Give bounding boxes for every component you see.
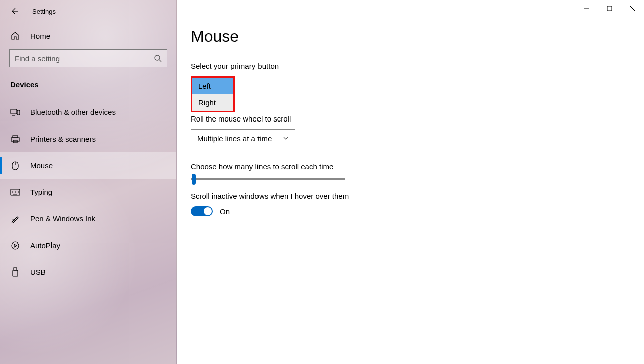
- mouse-icon: [10, 161, 20, 170]
- inactive-toggle[interactable]: [191, 206, 213, 216]
- devices-icon: [10, 108, 20, 116]
- svg-point-8: [12, 242, 19, 249]
- keyboard-icon: [10, 189, 20, 196]
- main-area: Mouse Select your primary button Left Ri…: [177, 0, 644, 364]
- section-heading: Devices: [0, 77, 176, 99]
- sidebar-item-mouse[interactable]: Mouse: [0, 152, 176, 179]
- wheel-scroll-label: Roll the mouse wheel to scroll: [191, 114, 644, 123]
- sidebar-item-bluetooth[interactable]: Bluetooth & other devices: [0, 99, 176, 126]
- primary-button-label: Select your primary button: [191, 62, 644, 70]
- sidebar-item-label: AutoPlay: [30, 241, 60, 250]
- primary-button-option-left[interactable]: Left: [192, 78, 233, 94]
- maximize-icon: [607, 6, 612, 11]
- sidebar-item-typing[interactable]: Typing: [0, 179, 176, 205]
- pen-icon: [10, 214, 20, 223]
- printer-icon: [10, 135, 20, 143]
- primary-button-option-right[interactable]: Right: [192, 94, 233, 111]
- svg-rect-11: [607, 6, 612, 11]
- svg-rect-9: [14, 268, 17, 270]
- search-box[interactable]: [9, 49, 167, 67]
- sidebar-item-label: Typing: [30, 188, 52, 196]
- sidebar-item-printers[interactable]: Printers & scanners: [0, 126, 176, 152]
- lines-slider[interactable]: [191, 178, 345, 180]
- lines-label: Choose how many lines to scroll each tim…: [191, 162, 644, 171]
- sidebar-item-usb[interactable]: USB: [0, 259, 176, 285]
- svg-rect-1: [11, 109, 17, 114]
- svg-rect-2: [17, 110, 20, 115]
- minimize-icon: [583, 5, 589, 11]
- titlebar: Settings: [0, 0, 176, 22]
- app-title: Settings: [32, 8, 56, 15]
- arrow-left-icon: [10, 7, 18, 15]
- close-icon: [629, 5, 635, 11]
- home-label: Home: [30, 32, 50, 40]
- back-button[interactable]: [9, 6, 19, 16]
- search-icon: [154, 54, 162, 62]
- sidebar-item-label: Bluetooth & other devices: [30, 108, 116, 116]
- svg-rect-10: [13, 270, 18, 276]
- svg-rect-4: [11, 138, 19, 141]
- close-button[interactable]: [621, 0, 644, 16]
- window-controls: [575, 0, 644, 16]
- sidebar: Settings Home Devices Bluetooth & other …: [0, 0, 177, 364]
- maximize-button[interactable]: [598, 0, 621, 16]
- minimize-button[interactable]: [575, 0, 598, 16]
- inactive-label: Scroll inactive windows when I hover ove…: [191, 192, 644, 200]
- wheel-scroll-dropdown[interactable]: Multiple lines at a time: [191, 129, 295, 147]
- svg-rect-3: [13, 136, 18, 138]
- sidebar-item-label: Printers & scanners: [30, 135, 96, 143]
- home-nav[interactable]: Home: [0, 22, 176, 49]
- autoplay-icon: [10, 241, 20, 250]
- svg-point-0: [155, 55, 160, 60]
- chevron-down-icon: [283, 135, 289, 141]
- sidebar-item-label: USB: [30, 268, 46, 276]
- sidebar-item-label: Mouse: [30, 161, 53, 170]
- lines-slider-thumb[interactable]: [192, 174, 196, 185]
- page-title: Mouse: [191, 27, 644, 46]
- usb-icon: [10, 267, 20, 277]
- sidebar-item-label: Pen & Windows Ink: [30, 214, 95, 223]
- inactive-state: On: [220, 207, 230, 216]
- search-input[interactable]: [15, 54, 145, 63]
- sidebar-item-pen[interactable]: Pen & Windows Ink: [0, 205, 176, 232]
- primary-button-dropdown-open[interactable]: Left Right: [191, 76, 235, 112]
- home-icon: [10, 31, 20, 40]
- toggle-knob: [204, 207, 212, 215]
- sidebar-item-autoplay[interactable]: AutoPlay: [0, 232, 176, 259]
- wheel-scroll-value: Multiple lines at a time: [197, 134, 272, 143]
